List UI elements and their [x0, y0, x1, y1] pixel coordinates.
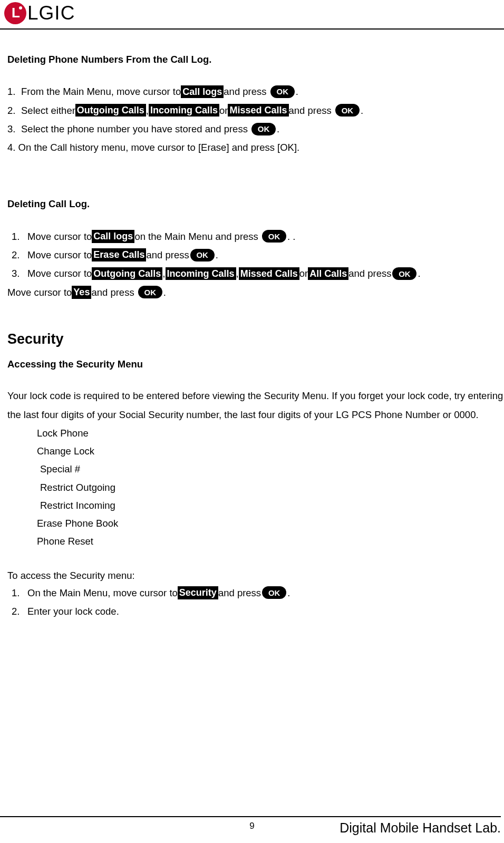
menu-badge: Call logs [92, 230, 134, 243]
page-number: 9 [249, 821, 254, 831]
step-row: Move cursor to Yes and press OK . [7, 284, 504, 301]
list-item: Restrict Outgoing [37, 479, 504, 497]
step-text: . [296, 83, 298, 100]
footer-lab: Digital Mobile Handset Lab. [340, 820, 501, 836]
ok-button-icon: OK [262, 586, 286, 599]
step-number: 2. [12, 246, 27, 264]
list-item: Phone Reset [37, 532, 504, 550]
menu-badge: Erase Calls [92, 248, 146, 261]
step-row: 3. Select the phone number you have stor… [7, 120, 504, 138]
step-text: and press [289, 102, 332, 119]
list-item: Special # [37, 460, 504, 478]
menu-badge: Incoming Calls [149, 104, 219, 117]
list-item: Erase Phone Book [37, 515, 504, 532]
list-item: Lock Phone [37, 424, 504, 442]
step-text: Move cursor to [27, 265, 92, 282]
step-text: Select either [21, 102, 75, 119]
step-text: Select the phone number you have stored … [21, 120, 248, 138]
security-menu-list: Lock Phone Change Lock Special # Restric… [7, 424, 504, 551]
step-list: 1. From the Main Menu, move cursor to Ca… [7, 83, 504, 156]
ok-button-icon: OK [262, 230, 286, 243]
content: Deleting Phone Numbers From the Call Log… [0, 30, 504, 620]
header: L LGIC [0, 0, 504, 28]
ok-button-icon: OK [335, 104, 360, 117]
step-number: 1. [12, 228, 27, 245]
step-text: and press [224, 83, 266, 100]
step-row: 2. Enter your lock code. [7, 603, 504, 620]
step-row: 1. Move cursor to Call logs on the Main … [7, 228, 504, 245]
step-text: . [361, 102, 363, 119]
step-number: 2. [7, 102, 21, 119]
step-number: 3. [12, 265, 27, 282]
footer-divider [0, 816, 501, 817]
section-heading: Deleting Call Log. [7, 195, 504, 212]
ok-button-icon: OK [138, 286, 162, 298]
step-number: 3. [7, 120, 21, 138]
menu-badge: Call logs [181, 85, 224, 99]
step-text: and press [146, 246, 189, 264]
step-text: . [277, 120, 279, 138]
paragraph: Your lock code is required to be entered… [7, 386, 504, 424]
step-text: 4. On the Call history menu, move cursor… [7, 139, 299, 156]
menu-badge: Incoming Calls [166, 267, 236, 280]
logo-dot-icon [19, 6, 22, 9]
step-row: 1. From the Main Menu, move cursor to Ca… [7, 83, 504, 100]
step-list: 1. Move cursor to Call logs on the Main … [7, 228, 504, 301]
step-row: 2. Move cursor to Erase Calls and press … [7, 246, 504, 264]
step-text: Move cursor to [7, 284, 72, 301]
ok-button-icon: OK [251, 123, 276, 135]
step-row: 4. On the Call history menu, move cursor… [7, 139, 504, 156]
step-row: 2. Select either Outgoing Calls , Incomi… [7, 102, 504, 119]
step-text: and press [218, 584, 261, 602]
ok-button-icon: OK [270, 85, 295, 98]
step-text: and press [91, 284, 134, 301]
step-text: Move cursor to [27, 246, 92, 264]
menu-badge: Outgoing Calls [92, 267, 162, 280]
paragraph: To access the Security menu: [7, 567, 504, 584]
menu-badge: Missed Calls [228, 104, 288, 117]
step-text: . [418, 265, 420, 282]
list-item: Restrict Incoming [37, 497, 504, 515]
section-title: Security [7, 326, 504, 352]
step-number: 1. [12, 584, 27, 602]
menu-badge: All Calls [308, 267, 348, 280]
step-number: 1. [7, 83, 21, 100]
section-heading: Accessing the Security Menu [7, 355, 504, 373]
step-text: . [163, 284, 166, 301]
step-text: on the Main Menu and press [134, 228, 258, 245]
ok-button-icon: OK [392, 267, 416, 280]
step-text: . [287, 584, 290, 602]
menu-badge: Security [178, 586, 218, 599]
lg-logo-icon: L [4, 2, 26, 24]
step-text: On the Main Menu, move cursor to [27, 584, 178, 602]
step-row: 3. Move cursor to Outgoing Calls , Incom… [7, 265, 504, 282]
ok-button-icon: OK [190, 249, 215, 261]
step-text: and press [348, 265, 391, 282]
list-item: Change Lock [37, 442, 504, 460]
menu-badge: Outgoing Calls [75, 104, 146, 117]
section-heading: Deleting Phone Numbers From the Call Log… [7, 51, 504, 68]
brand-text: LGIC [27, 2, 75, 24]
menu-badge: Yes [72, 286, 91, 299]
step-text: or [219, 102, 228, 119]
step-number: 2. [12, 603, 27, 620]
step-text: . . [287, 228, 295, 245]
step-text: . [216, 246, 218, 264]
step-text: From the Main Menu, move cursor to [21, 83, 181, 100]
step-text: or [299, 265, 308, 282]
step-text: Enter your lock code. [27, 603, 119, 620]
step-row: 1. On the Main Menu, move cursor to Secu… [7, 584, 504, 602]
document-page: L LGIC Deleting Phone Numbers From the C… [0, 0, 504, 843]
access-steps: To access the Security menu: 1. On the M… [7, 567, 504, 621]
step-text: Move cursor to [27, 228, 92, 245]
menu-badge: Missed Calls [239, 267, 299, 280]
